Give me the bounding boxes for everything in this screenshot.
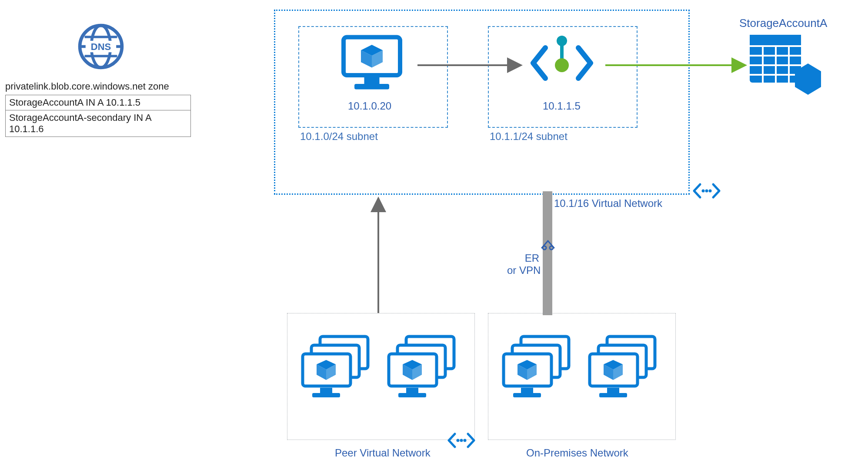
svg-point-33 <box>550 246 553 250</box>
onprem-network-label: On-Premises Network <box>526 447 628 459</box>
svg-point-34 <box>457 439 460 442</box>
svg-rect-57 <box>513 393 541 397</box>
svg-point-32 <box>543 246 546 250</box>
vm-stack-icon <box>300 333 378 409</box>
vm-stack-icon <box>386 333 464 409</box>
vm-stack-icon <box>587 333 665 409</box>
er-vpn-label: ER or VPN <box>507 252 539 276</box>
svg-point-35 <box>460 439 463 442</box>
peer-vnet-label: Peer Virtual Network <box>335 447 431 459</box>
svg-rect-56 <box>521 388 533 393</box>
peer-vnet-icon <box>446 430 477 453</box>
svg-point-36 <box>464 439 467 442</box>
svg-rect-40 <box>320 388 332 393</box>
gateway-icon <box>540 238 556 252</box>
er-vpn-connection <box>543 191 552 315</box>
vm-stack-icon <box>501 333 579 409</box>
svg-rect-49 <box>398 393 426 397</box>
svg-rect-41 <box>312 393 340 397</box>
svg-rect-65 <box>599 393 627 397</box>
svg-rect-48 <box>406 388 418 393</box>
svg-rect-64 <box>607 388 619 393</box>
